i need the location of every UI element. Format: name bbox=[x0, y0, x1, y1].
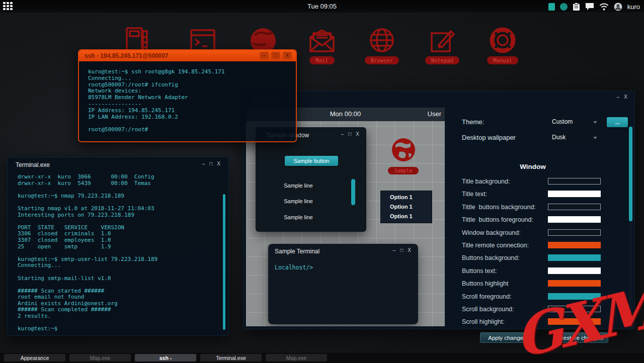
theme-settings: Theme: Custom ... Desktop wallpaper Dusk… bbox=[445, 108, 635, 329]
preview-user: User bbox=[428, 110, 441, 118]
sample-window: Sample window – □ X Sample button Sample… bbox=[256, 127, 366, 232]
sample-icon-label: Sample bbox=[388, 167, 418, 174]
setting-label: Title background: bbox=[462, 178, 510, 185]
terminal-line: Starting nmap v1.0 at 2018-11-27 11:04:0… bbox=[18, 206, 219, 212]
terminal-output[interactable]: drwxr-xr-x kuro 3066 00:00 Configdrwxr-x… bbox=[18, 174, 219, 331]
minimize-button[interactable]: – bbox=[617, 95, 620, 100]
terminal-line: 2 results. bbox=[18, 313, 219, 320]
icon-label: Manual bbox=[487, 56, 518, 64]
close-button: X bbox=[408, 248, 411, 253]
terminal-line bbox=[18, 282, 219, 288]
close-button: X bbox=[356, 132, 359, 137]
color-swatch[interactable] bbox=[548, 254, 601, 261]
color-swatch[interactable] bbox=[548, 242, 601, 248]
apply-changes-button[interactable]: Apply changes bbox=[480, 332, 534, 343]
desktop-icon-manual[interactable]: Manual bbox=[485, 26, 520, 64]
ssh-window[interactable]: ssh - 194.85.245.171@500007 – □ X kuro@t… bbox=[78, 49, 297, 142]
close-button[interactable]: X bbox=[283, 52, 292, 59]
color-swatch[interactable] bbox=[548, 267, 601, 274]
icon-label: Mail bbox=[309, 56, 334, 64]
desktop-icon-mail[interactable]: Mail bbox=[304, 26, 340, 64]
desktop-icon-notepad[interactable]: Notepad bbox=[425, 26, 460, 64]
terminal-line: ---------------- bbox=[88, 101, 225, 108]
taskbar: AppearanceMap.exessh -Terminal.exeMap.ex… bbox=[0, 352, 644, 363]
color-swatch[interactable] bbox=[548, 293, 601, 300]
color-swatch[interactable] bbox=[548, 318, 601, 325]
terminal-line bbox=[18, 218, 219, 225]
setting-label: Scroll highlight: bbox=[462, 318, 505, 325]
chevron-down-icon bbox=[593, 137, 597, 139]
setting-label: Scroll foreground: bbox=[462, 293, 512, 300]
username[interactable]: kuro bbox=[627, 3, 640, 11]
setting-label: Tittle buttons background: bbox=[462, 204, 536, 211]
sample-line: Sample line bbox=[256, 198, 341, 204]
tray-square-icon[interactable] bbox=[548, 3, 555, 11]
color-swatch[interactable] bbox=[548, 191, 601, 197]
chat-icon[interactable] bbox=[585, 3, 594, 11]
terminal-line: root email not found bbox=[18, 294, 219, 301]
maximize-button: □ bbox=[348, 132, 351, 137]
theme-more-button[interactable]: ... bbox=[607, 117, 628, 127]
minimize-button: – bbox=[393, 248, 396, 253]
color-swatch[interactable] bbox=[548, 204, 601, 210]
settings-scrollbar-thumb[interactable] bbox=[629, 127, 632, 221]
setting-row: Scroll highlight: bbox=[445, 316, 635, 328]
setting-row: Scroll background: bbox=[445, 303, 635, 316]
taskbar-item[interactable]: Map.exe bbox=[266, 354, 327, 361]
setting-row: Tittle buttons background: bbox=[445, 201, 635, 214]
taskbar-item[interactable]: Appearance bbox=[4, 354, 65, 361]
sample-terminal-window: Sample Terminal – □ X Localhost/> bbox=[268, 244, 418, 324]
tray-circle-icon[interactable] bbox=[560, 3, 568, 11]
theme-dropdown[interactable]: Custom bbox=[548, 117, 600, 127]
setting-label: Title remote connection: bbox=[462, 242, 529, 249]
terminal-scrollbar[interactable] bbox=[223, 194, 225, 330]
minimize-button: – bbox=[341, 132, 344, 137]
color-settings-list: Title background: Title text: Tittle but… bbox=[445, 175, 635, 329]
icon-label: Notepad bbox=[425, 56, 459, 64]
maximize-button[interactable]: □ bbox=[271, 52, 280, 59]
maximize-button[interactable]: □ bbox=[209, 161, 212, 166]
color-swatch[interactable] bbox=[548, 216, 601, 223]
close-button[interactable]: X bbox=[217, 161, 220, 166]
system-tray: kuro bbox=[548, 0, 640, 13]
color-swatch[interactable] bbox=[548, 280, 601, 287]
wifi-icon[interactable] bbox=[599, 3, 609, 11]
sample-line: Sample line bbox=[256, 214, 341, 220]
terminal-line: root@500007:/root# bbox=[88, 127, 225, 133]
section-title: Window bbox=[445, 163, 621, 170]
clipboard-icon[interactable] bbox=[573, 3, 580, 11]
color-swatch[interactable] bbox=[548, 178, 601, 185]
wallpaper-label: Desktop wallpaper bbox=[462, 134, 516, 141]
terminal-line: 25 open smtp 1.9 bbox=[18, 244, 219, 250]
wallpaper-dropdown[interactable]: Dusk bbox=[548, 133, 600, 142]
desktop: Tue 09:05 kuro Mail Browser Notepad Manu… bbox=[0, 0, 644, 363]
desktop-icon-browser[interactable]: Browser bbox=[364, 26, 399, 64]
setting-row: Title remote connection: bbox=[445, 239, 635, 252]
terminal-title: Terminal.exe bbox=[16, 161, 50, 168]
color-swatch[interactable] bbox=[548, 229, 601, 236]
ssh-terminal-output[interactable]: kuro@test:~$ ssh root@g8gk 194.85.245.17… bbox=[79, 61, 296, 141]
sample-line: Sample line bbox=[256, 183, 341, 189]
taskbar-item[interactable]: ssh - bbox=[135, 354, 196, 361]
sample-scrollbar bbox=[351, 179, 355, 205]
terminal-window[interactable]: Terminal.exe – □ X drwxr-xr-x kuro 3066 … bbox=[7, 157, 229, 336]
sample-desktop-icon: Sample bbox=[382, 137, 425, 174]
avatar-icon[interactable] bbox=[614, 3, 622, 11]
theme-value: Custom bbox=[552, 118, 573, 125]
restore-changes-button[interactable]: Restore changes bbox=[554, 332, 608, 343]
ssh-titlebar[interactable]: ssh - 194.85.245.171@500007 – □ X bbox=[79, 50, 296, 61]
minimize-button[interactable]: – bbox=[260, 52, 269, 59]
taskbar-item[interactable]: Map.exe bbox=[69, 354, 131, 361]
taskbar-item[interactable]: Terminal.exe bbox=[200, 354, 262, 361]
close-button[interactable]: X bbox=[624, 95, 627, 100]
minimize-button[interactable]: – bbox=[202, 161, 205, 166]
terminal-line: Connecting... bbox=[88, 75, 225, 82]
color-swatch[interactable] bbox=[548, 306, 601, 312]
maximize-button: □ bbox=[400, 248, 403, 253]
sample-button: Sample button bbox=[285, 156, 338, 166]
ssh-title: ssh - 194.85.245.171@500007 bbox=[85, 52, 169, 59]
sample-option-list: Option 1Option 1Option 1 bbox=[380, 191, 432, 223]
appearance-window: Appearance – X Mon 00:00 User Sample Opt… bbox=[243, 90, 635, 329]
setting-row: Buttons background: bbox=[445, 252, 635, 264]
terminal-line: kuro@test:~$ bbox=[18, 326, 219, 331]
